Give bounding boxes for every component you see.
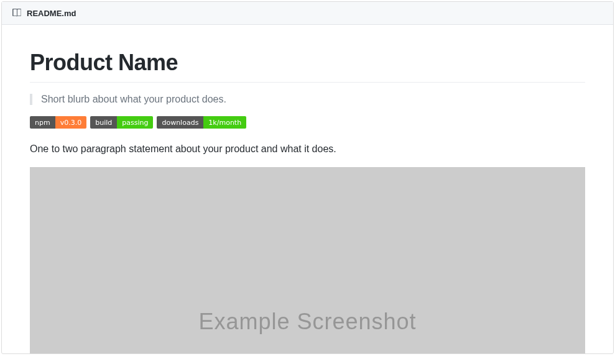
badge-build[interactable]: build passing (90, 116, 153, 129)
readme-container: README.md Product Name Short blurb about… (1, 1, 614, 354)
blurb-text: Short blurb about what your product does… (41, 94, 226, 104)
badge-value: 1k/month (203, 116, 246, 129)
badge-value: passing (117, 116, 153, 129)
badge-label: npm (30, 116, 55, 129)
book-icon (12, 8, 22, 18)
product-description: One to two paragraph statement about you… (30, 143, 585, 155)
product-title: Product Name (30, 50, 585, 83)
badge-downloads[interactable]: downloads 1k/month (157, 116, 246, 129)
badge-value: v0.3.0 (55, 116, 87, 129)
badges-row: npm v0.3.0 build passing downloads 1k/mo… (30, 116, 585, 129)
product-blurb: Short blurb about what your product does… (30, 94, 585, 105)
badge-npm[interactable]: npm v0.3.0 (30, 116, 86, 129)
screenshot-placeholder: Example Screenshot (30, 167, 585, 353)
badge-label: build (90, 116, 117, 129)
readme-header: README.md (2, 2, 613, 25)
badge-label: downloads (157, 116, 203, 129)
readme-content: Product Name Short blurb about what your… (2, 25, 613, 353)
screenshot-label: Example Screenshot (198, 309, 416, 335)
readme-filename: README.md (27, 9, 76, 18)
